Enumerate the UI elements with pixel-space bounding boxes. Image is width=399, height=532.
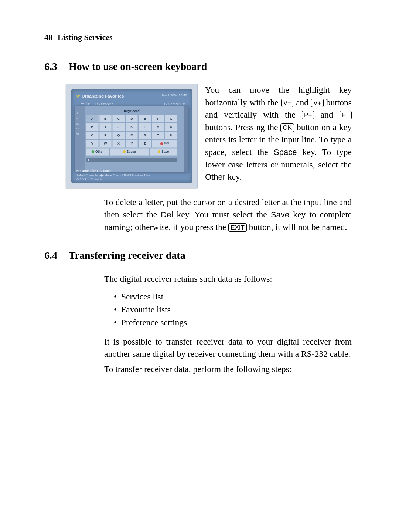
sidebar-list: Ne Mo Mu Sp NE <box>75 106 85 172</box>
key-O: O <box>86 132 99 139</box>
section-number: 6.4 <box>44 248 61 262</box>
key-W: W <box>99 140 112 148</box>
label-save: Save <box>271 210 289 219</box>
dialog-title: Organizing Favorites <box>76 93 124 99</box>
dialog-datetime: Jan 1 2004 16:40 <box>161 93 187 98</box>
key-space: Space <box>110 148 149 156</box>
section-title: How to use on-screen keyboard <box>69 59 207 74</box>
key-Y: Y <box>126 140 138 148</box>
label-other: Other <box>205 172 225 182</box>
key-L: L <box>139 123 151 131</box>
key-Z: Z <box>139 140 151 148</box>
key-B: B <box>99 115 112 123</box>
key-I: I <box>99 123 112 131</box>
section-heading-6-4: 6.4 Transferring receiver data <box>44 248 352 262</box>
keyboard-title: KeyBoard <box>86 109 177 113</box>
key-other: Other <box>86 148 109 156</box>
key-A: A <box>86 115 99 123</box>
key-G: G <box>165 115 177 123</box>
key-N: N <box>165 123 177 131</box>
chapter-title: Listing Services <box>58 32 113 43</box>
sidebar-item: Ne <box>75 111 85 116</box>
footer-help-line: Select Character ◀▶ Move Cursor MENU Pre… <box>76 174 151 177</box>
keycap-exit: EXIT <box>228 223 247 232</box>
key-del: Del <box>152 140 177 148</box>
keyboard-grid: A B C D E F G H I J K L M N O <box>86 115 177 148</box>
section-64-paragraph-3: To transfer receiver data, perform the f… <box>104 363 352 375</box>
key-J: J <box>112 123 125 131</box>
key-E: E <box>139 115 151 123</box>
list-item: Favourite lists <box>121 304 352 316</box>
label-del: Del <box>161 210 173 219</box>
footer-help-line: OK Select Character <box>76 177 151 181</box>
section-title: Transferring receiver data <box>69 248 185 262</box>
key-F: F <box>152 115 164 123</box>
keycap-v-plus: V+ <box>311 99 323 107</box>
section-63-paragraph-1: You can move the highlight key horizonta… <box>205 84 352 183</box>
sidebar-item: Sp <box>75 126 85 131</box>
key-C: C <box>112 115 125 123</box>
sidebar-item: Mo <box>75 116 85 121</box>
key-R: R <box>126 132 138 139</box>
key-V: V <box>86 140 99 148</box>
key-S: S <box>139 132 151 139</box>
key-T: T <box>152 132 164 139</box>
section-64-paragraph-2: It is possible to transfer receiver data… <box>104 336 352 360</box>
keycap-ok: OK <box>280 123 294 132</box>
dialog-footer: Renames the Fav name Select Character ◀▶… <box>76 169 151 181</box>
footer-title: Renames the Fav name <box>76 169 151 173</box>
key-K: K <box>126 123 138 131</box>
list-item: Preference settings <box>121 316 352 329</box>
sidebar-item: NE <box>75 131 85 136</box>
running-header: 48 Listing Services <box>44 32 352 45</box>
onscreen-keyboard-screenshot: Organizing Favorites Jan 1 2004 16:40 Fa… <box>66 84 198 188</box>
key-X: X <box>112 140 125 148</box>
key-H: H <box>86 123 99 131</box>
keycap-p-plus: P+ <box>302 111 314 119</box>
key-D: D <box>126 115 138 123</box>
section-heading-6-3: 6.3 How to use on-screen keyboard <box>44 59 352 74</box>
key-P: P <box>99 132 112 139</box>
key-U: U <box>165 132 177 139</box>
section-number: 6.3 <box>44 59 61 74</box>
key-Q: Q <box>112 132 125 139</box>
sidebar-item: Mu <box>75 121 85 126</box>
section-64-intro: The digital receiver retains such data a… <box>104 273 352 285</box>
keycap-p-minus: P− <box>340 111 352 119</box>
keycap-v-minus: V− <box>281 99 293 107</box>
list-item: Services list <box>121 291 352 303</box>
keyboard-input-line <box>86 158 177 162</box>
section-64-bullet-list: Services list Favourite lists Preference… <box>104 291 352 329</box>
label-space: Space <box>274 148 297 157</box>
section-63-paragraph-2: To delete a letter, put the cursor on a … <box>104 196 352 233</box>
page-number: 48 <box>44 32 52 43</box>
key-save: Save <box>150 148 177 156</box>
key-M: M <box>152 123 164 131</box>
